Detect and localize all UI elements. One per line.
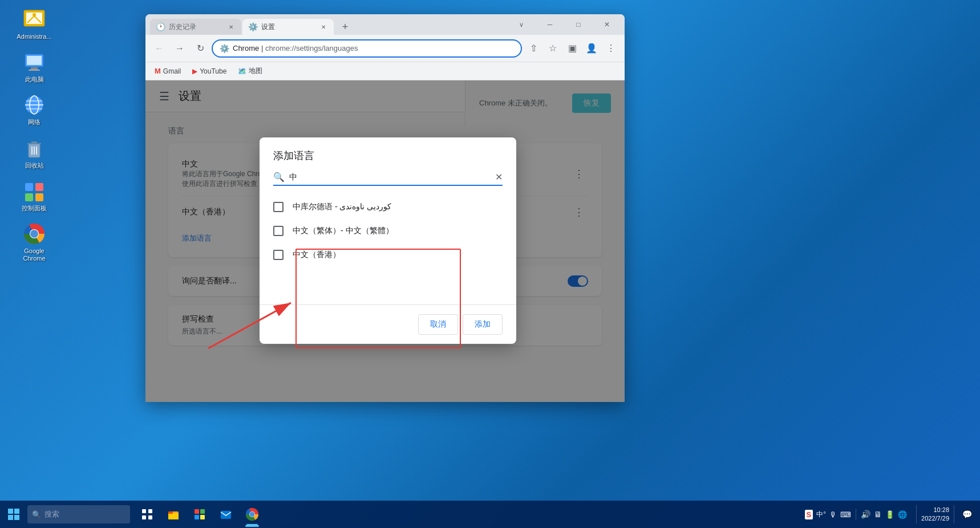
svg-rect-40 <box>221 511 231 519</box>
administrator-icon <box>23 8 46 31</box>
lang-checkbox-zh-hk[interactable] <box>273 250 284 260</box>
address-text: Chrome | chrome://settings/languages <box>233 44 514 52</box>
svg-rect-21 <box>35 193 43 201</box>
ime-icon[interactable]: 中° <box>816 510 826 519</box>
back-button[interactable]: ← <box>150 39 168 58</box>
lang-item-zh-hant[interactable]: 中文（繁体）- 中文（繁體） <box>260 219 516 243</box>
network-label: 网络 <box>28 119 41 126</box>
taskview-button[interactable] <box>135 502 160 527</box>
tab-dropdown-button[interactable]: ∨ <box>508 17 534 33</box>
lang-name-zh-hk: 中文（香港） <box>293 250 341 260</box>
svg-rect-39 <box>200 515 205 519</box>
browser-content: Chrome 未正确关闭。 恢复 ☰ 设置 语言 中文 将此语言用于Google… <box>145 80 625 402</box>
bookmark-maps[interactable]: 🗺️ 地图 <box>233 64 267 78</box>
notification-icon[interactable]: 💬 <box>959 510 975 519</box>
svg-rect-19 <box>35 183 43 191</box>
history-tab-close[interactable]: ✕ <box>226 22 236 31</box>
control-panel-label: 控制面板 <box>22 205 47 212</box>
gmail-label: Gmail <box>163 67 181 75</box>
taskbar-clock[interactable]: 10:28 2022/7/29 <box>921 506 949 523</box>
search-clear-icon[interactable]: ✕ <box>495 172 503 182</box>
cancel-button[interactable]: 取消 <box>418 314 458 335</box>
desktop-icon-administrator[interactable]: Administra... <box>11 6 57 43</box>
svg-rect-4 <box>27 56 42 65</box>
maps-icon: 🗺️ <box>238 67 246 75</box>
desktop-icon-google-chrome[interactable]: Google Chrome <box>11 220 57 265</box>
profile-button[interactable]: 👤 <box>582 39 601 58</box>
new-tab-button[interactable]: + <box>337 19 353 35</box>
chrome-active-indicator <box>245 525 259 527</box>
dialog-search[interactable]: 🔍 ✕ <box>273 169 503 186</box>
browser-window: 🕐 历史记录 ✕ ⚙️ 设置 ✕ + ∨ ─ □ ✕ ← → ↻ ⚙️ <box>145 14 625 402</box>
battery-icon[interactable]: 🔋 <box>885 510 894 519</box>
address-bar[interactable]: ⚙️ Chrome | chrome://settings/languages <box>212 39 522 58</box>
svg-rect-18 <box>25 183 33 191</box>
taskbar-divider-1 <box>856 509 856 520</box>
settings-tab[interactable]: ⚙️ 设置 ✕ <box>242 19 334 35</box>
dialog-language-list: 中库尔德语 - كوردیی ناوەندی 中文（繁体）- 中文（繁體） 中文… <box>260 190 516 304</box>
recycle-bin-label: 回收站 <box>25 162 44 169</box>
add-button[interactable]: 添加 <box>463 314 503 335</box>
chrome-taskbar[interactable] <box>240 502 265 527</box>
address-path: chrome://settings/languages <box>265 44 358 52</box>
minimize-button[interactable]: ─ <box>537 17 563 33</box>
taskbar-search-icon: 🔍 <box>32 510 41 519</box>
bookmark-button[interactable]: ☆ <box>544 39 562 58</box>
taskbar-sys-tray: S 中° 🎙 ⌨ 🔊 🖥 🔋 🌐 10:28 2022/7/29 💬 <box>805 505 980 523</box>
mic-icon[interactable]: 🎙 <box>829 510 837 519</box>
taskbar-search[interactable]: 🔍 搜索 <box>27 505 130 523</box>
youtube-label: YouTube <box>200 67 226 75</box>
keyboard-icon[interactable]: ⌨ <box>840 510 851 519</box>
taskbar-divider <box>916 505 917 523</box>
lang-item-zh-hk[interactable]: 中文（香港） <box>260 243 516 267</box>
sogou-icon[interactable]: S <box>805 510 813 519</box>
desktop-icon-my-computer[interactable]: 此电脑 <box>11 48 57 86</box>
share-button[interactable]: ⇧ <box>524 39 542 58</box>
language-icon[interactable]: 🌐 <box>898 510 907 519</box>
store-taskbar[interactable] <box>187 502 212 527</box>
refresh-button[interactable]: ↻ <box>191 39 209 58</box>
history-tab-title: 历史记录 <box>169 22 223 32</box>
taskbar-divider-2 <box>954 505 954 523</box>
search-input[interactable] <box>289 173 491 182</box>
dialog-footer: 取消 添加 <box>260 304 516 344</box>
sidebar-toggle[interactable]: ▣ <box>563 39 581 58</box>
my-computer-icon <box>23 51 46 74</box>
google-chrome-desktop-label: Google Chrome <box>14 247 55 262</box>
dialog-title: 添加语言 <box>273 149 314 163</box>
desktop-icon-recycle-bin[interactable]: 回收站 <box>11 135 57 172</box>
lang-checkbox-zh-hant[interactable] <box>273 226 284 236</box>
maximize-button[interactable]: □ <box>565 17 592 33</box>
settings-tab-close[interactable]: ✕ <box>319 22 328 31</box>
settings-tab-favicon: ⚙️ <box>248 22 258 31</box>
windows-logo <box>8 509 19 520</box>
desktop-icon-control-panel[interactable]: 控制面板 <box>11 177 57 214</box>
taskbar-apps <box>135 502 265 527</box>
history-tab[interactable]: 🕐 历史记录 ✕ <box>150 19 241 35</box>
mail-taskbar[interactable] <box>213 502 238 527</box>
address-site-name: Chrome <box>233 44 259 52</box>
window-controls: ∨ ─ □ ✕ <box>508 17 620 35</box>
volume-icon[interactable]: 🔊 <box>861 510 870 519</box>
lang-checkbox-sorani[interactable] <box>273 202 284 212</box>
start-button[interactable] <box>0 501 27 528</box>
more-button[interactable]: ⋮ <box>602 39 620 58</box>
browser-titlebar: 🕐 历史记录 ✕ ⚙️ 设置 ✕ + ∨ ─ □ ✕ <box>145 14 625 35</box>
gmail-icon: M <box>155 67 161 75</box>
svg-rect-5 <box>31 67 38 70</box>
bookmark-gmail[interactable]: M Gmail <box>150 64 185 78</box>
browser-tabs: 🕐 历史记录 ✕ ⚙️ 设置 ✕ + <box>150 19 508 35</box>
my-computer-label: 此电脑 <box>25 76 44 83</box>
svg-rect-14 <box>31 141 37 144</box>
close-button[interactable]: ✕ <box>594 17 620 33</box>
bookmark-youtube[interactable]: ▶ YouTube <box>188 65 231 78</box>
network-status-icon[interactable]: 🖥 <box>874 510 882 519</box>
lang-item-sorani[interactable]: 中库尔德语 - كوردیی ناوەندی <box>260 195 516 219</box>
svg-rect-20 <box>25 193 33 201</box>
file-explorer-taskbar[interactable] <box>161 502 186 527</box>
forward-button[interactable]: → <box>171 39 189 58</box>
svg-rect-32 <box>148 515 152 519</box>
desktop-icon-network[interactable]: 网络 <box>11 91 57 128</box>
svg-rect-38 <box>195 515 199 519</box>
taskbar-search-text: 搜索 <box>44 509 59 519</box>
